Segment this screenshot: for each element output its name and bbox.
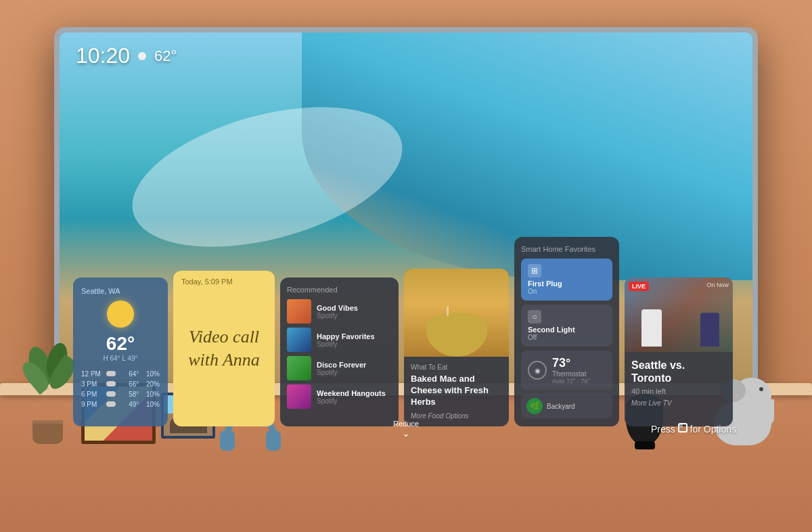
music-item-3[interactable]: Weekend Hangouts Spotify	[287, 384, 392, 409]
reduce-button[interactable]: Reduce ⌄	[393, 420, 419, 439]
music-info-1: Happy Favorites Spotify	[317, 332, 392, 348]
food-more-link[interactable]: More Food Options	[411, 412, 502, 420]
note-widget-wrap: Today, 5:09 PM Video call with Anna	[173, 271, 275, 426]
weather-widget[interactable]: Seattle, WA 62° H 64° L 49° 12 PM 64° 10…	[73, 278, 168, 426]
steam-icon	[447, 306, 449, 316]
tv-options-hint: Press for Options	[651, 423, 736, 435]
weather-location: Seattle, WA	[81, 287, 160, 295]
music-source-3: Spotify	[317, 397, 392, 405]
weather-temp-0: 64°	[120, 370, 139, 378]
cloud-icon-3	[106, 401, 116, 408]
food-title-area: What To Eat Baked Mac and Cheese with Fr…	[404, 357, 509, 426]
headphone-right-ear	[266, 430, 281, 451]
weather-temp-3: 49°	[120, 401, 139, 408]
weather-hi-lo: H 64° L 49°	[81, 355, 160, 362]
weather-pct-1: 20%	[143, 380, 160, 388]
backyard-label: Backyard	[547, 403, 575, 410]
livetv-widget[interactable]: LIVE On Now Seattle vs. Toronto 40 min l…	[625, 278, 733, 426]
weather-row-0: 12 PM 64° 10%	[81, 369, 160, 379]
live-badge: LIVE	[629, 282, 649, 291]
weather-pct-0: 10%	[143, 370, 160, 378]
cloud-icon-1	[106, 380, 116, 388]
device-name-0: First Plug	[528, 280, 606, 288]
weather-time-0: 12 PM	[81, 370, 102, 378]
tv-status-bar: 10:20 62°	[76, 43, 177, 68]
music-info-0: Good Vibes Spotify	[317, 304, 392, 319]
baseball-scene	[625, 298, 733, 352]
device-status-1: Off	[528, 334, 606, 341]
smarthome-device-1[interactable]: ○ Second Light Off	[521, 305, 612, 347]
music-thumb-2	[287, 356, 311, 380]
weather-row-1: 3 PM 66° 20%	[81, 379, 160, 389]
music-info-3: Weekend Hangouts Spotify	[317, 389, 392, 405]
thermostat-range: Auto 72° - 76°	[552, 378, 590, 384]
recommended-widget[interactable]: Recommended Good Vibes Spotify Happy Fav…	[280, 278, 399, 426]
music-item-0[interactable]: Good Vibes Spotify	[287, 299, 392, 324]
weather-pct-2: 10%	[143, 391, 160, 398]
tv-frame: 10:20 62° Press for Options Reduce ⌄ Sea…	[54, 27, 758, 451]
plant	[27, 339, 68, 444]
cloud-icon-0	[106, 370, 116, 378]
plant-leaves	[27, 339, 74, 420]
tv-screen: 10:20 62° Press for Options Reduce ⌄ Sea…	[60, 32, 752, 445]
player1-silhouette	[641, 309, 662, 347]
tv-temperature: 62°	[154, 47, 177, 65]
sun-icon	[107, 301, 134, 328]
music-source-0: Spotify	[317, 312, 392, 319]
livetv-info: Seattle vs. Toronto 40 min left More Liv…	[625, 352, 733, 414]
food-name: Baked Mac and Cheese with Fresh Herbs	[411, 374, 502, 408]
cloud-icon-2	[106, 391, 116, 398]
widgets-container: Seattle, WA 62° H 64° L 49° 12 PM 64° 10…	[73, 257, 739, 426]
weather-time-1: 3 PM	[81, 380, 102, 388]
backyard-item[interactable]: 🌿 Backyard	[521, 394, 612, 418]
elephant-trunk	[761, 399, 774, 425]
music-thumb-0	[287, 299, 311, 324]
headphone-left-ear	[220, 430, 235, 451]
livetv-title: Seattle vs. Toronto	[631, 359, 726, 384]
livetv-time: 40 min left	[631, 387, 726, 395]
weather-current-temp: 62°	[81, 333, 160, 355]
thermostat-temp: 73°	[552, 356, 590, 370]
on-now-label: On Now	[706, 282, 729, 288]
note-timestamp: Today, 5:09 PM	[181, 278, 233, 286]
weather-time-3: 9 PM	[81, 401, 102, 408]
weather-icon	[138, 52, 146, 60]
music-name-3: Weekend Hangouts	[317, 389, 392, 397]
music-name-1: Happy Favorites	[317, 332, 392, 340]
weather-temp-1: 66°	[120, 380, 139, 388]
livetv-image: LIVE On Now	[625, 278, 733, 352]
device-status-0: On	[528, 288, 606, 295]
food-widget[interactable]: What To Eat Baked Mac and Cheese with Fr…	[404, 269, 509, 426]
music-name-0: Good Vibes	[317, 304, 392, 312]
note-widget[interactable]: Today, 5:09 PM Video call with Anna	[173, 271, 275, 426]
vase-neck	[635, 441, 655, 449]
recommended-title: Recommended	[287, 286, 392, 294]
music-item-2[interactable]: Disco Forever Spotify	[287, 356, 392, 380]
reduce-label: Reduce	[393, 420, 419, 428]
thermostat-label: Thermostat	[552, 370, 590, 378]
music-item-1[interactable]: Happy Favorites Spotify	[287, 328, 392, 352]
music-thumb-3	[287, 384, 311, 409]
food-bowl-icon	[426, 313, 487, 357]
weather-time-2: 6 PM	[81, 391, 102, 398]
smarthome-title: Smart Home Favorites	[521, 245, 612, 253]
food-image	[404, 269, 509, 357]
weather-temp-2: 58°	[120, 391, 139, 398]
thermostat-item[interactable]: ◉ 73° Thermostat Auto 72° - 76°	[521, 351, 612, 390]
device-name-1: Second Light	[528, 326, 606, 334]
reduce-arrow-icon: ⌄	[393, 428, 419, 439]
weather-pct-3: 10%	[143, 401, 160, 408]
music-thumb-1	[287, 328, 311, 352]
livetv-more-link[interactable]: More Live TV	[631, 399, 726, 407]
light-icon: ○	[528, 310, 541, 324]
smarthome-device-0[interactable]: ⊞ First Plug On	[521, 259, 612, 301]
room-background: 10:20 62° Press for Options Reduce ⌄ Sea…	[0, 0, 812, 532]
music-info-2: Disco Forever Spotify	[317, 361, 392, 376]
food-category: What To Eat	[411, 363, 502, 371]
smarthome-widget[interactable]: Smart Home Favorites ⊞ First Plug On ○ S…	[514, 237, 619, 426]
elephant-eye	[759, 387, 763, 391]
thermostat-icon: ◉	[528, 361, 547, 380]
player2-silhouette	[700, 313, 719, 347]
menu-button-icon	[678, 423, 687, 433]
weather-row-3: 9 PM 49° 10%	[81, 399, 160, 409]
